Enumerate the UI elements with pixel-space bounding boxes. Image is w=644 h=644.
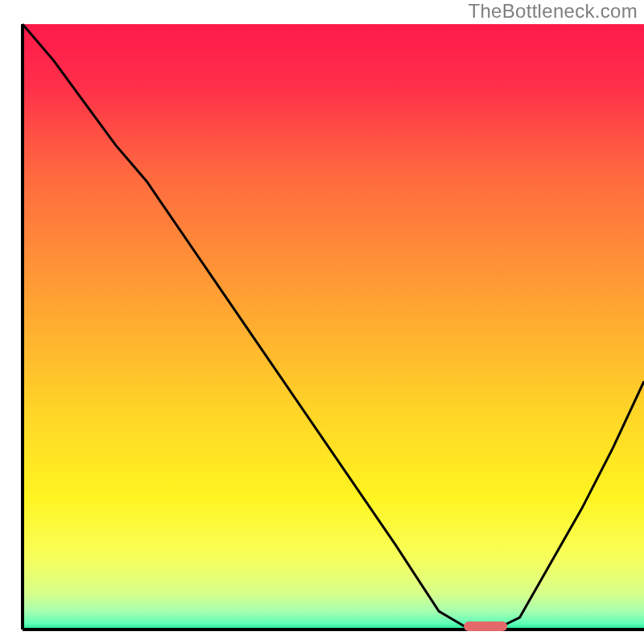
plot-area [23,24,644,630]
watermark-text: TheBottleneck.com [468,0,638,23]
baseline-marker [464,621,507,631]
chart-svg [0,0,644,644]
